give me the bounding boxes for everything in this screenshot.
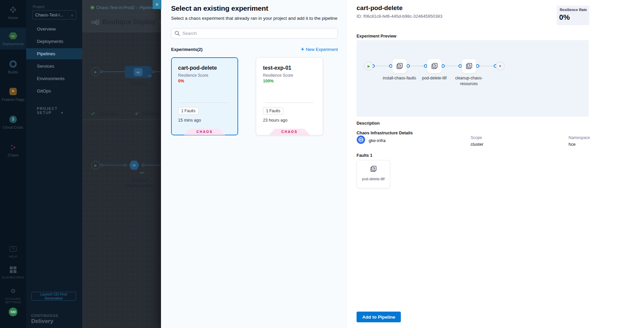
- faults-badge: 1 Faults: [178, 107, 199, 115]
- search-input[interactable]: [182, 31, 334, 36]
- dashboards-icon: [0, 265, 26, 274]
- rollout-step-icon[interactable]: ∞: [129, 160, 139, 170]
- module-sidebar: Home ∞ Deployments Builds ⚑ Feature Flag…: [0, 0, 26, 328]
- preview-heading: Experiment Preview: [357, 34, 396, 39]
- fault-icon: [369, 165, 377, 173]
- experiment-card-test-exp-01[interactable]: test-exp-01 Resilience Score 100% 1 Faul…: [256, 57, 323, 135]
- preview-node-install-chaos-faults[interactable]: [392, 59, 407, 73]
- nav-item-deployments[interactable]: Deployments: [26, 36, 82, 47]
- description-heading: Description: [357, 121, 380, 126]
- stage-deploy-node[interactable]: ∞: [125, 66, 152, 78]
- fault-step-icon: [395, 62, 404, 70]
- infrastructure-name: gke-infra: [369, 138, 386, 143]
- gear-icon: ⚙: [0, 287, 26, 296]
- stage-label: Deploy: [125, 80, 152, 86]
- nav-item-gitops[interactable]: GitOps: [26, 85, 82, 96]
- nav-item-overview[interactable]: Overview: [26, 23, 82, 35]
- resilience-rate-box: Resilience Rate 0%: [557, 6, 589, 25]
- experiments-count-heading: Experiments(2): [171, 47, 203, 52]
- pipeline-graph-icon: [91, 19, 99, 27]
- search-icon: [174, 30, 180, 36]
- step-start-node[interactable]: ▶: [91, 161, 100, 170]
- tab-overview[interactable]: ✓Overview: [91, 111, 119, 116]
- sidebar-item-account-settings[interactable]: ⚙ ACCOUNT SETTINGS: [0, 287, 26, 304]
- cd-module-icon: ∞: [90, 6, 95, 10]
- module-name: Delivery: [31, 318, 53, 325]
- deployments-icon: ∞: [0, 31, 26, 40]
- close-icon[interactable]: ✕: [153, 0, 161, 9]
- sidebar-item-cloud-costs[interactable]: $ Cloud Costs: [0, 115, 26, 130]
- avatar: NM: [9, 308, 17, 316]
- namespace-field: Namespace hce: [569, 135, 590, 147]
- experiment-title: cart-pod-delete: [357, 4, 402, 12]
- sidebar-item-home[interactable]: Home: [0, 5, 26, 20]
- preview-node-pod-delete[interactable]: [427, 59, 442, 73]
- resilience-score-value: 100%: [263, 79, 274, 83]
- sidebar-item-dashboards[interactable]: DASHBOARDS: [0, 265, 26, 279]
- experiment-id: ID: f06c81c8-fef6-445d-b98c-324645950383: [357, 14, 442, 19]
- project-label: Project: [33, 5, 44, 9]
- cd-stage-icon: ∞: [134, 68, 143, 76]
- home-icon: [0, 5, 26, 14]
- play-icon: ▶: [368, 64, 370, 68]
- last-run-time: 23 hours ago: [263, 118, 287, 123]
- sidebar-item-deployments[interactable]: ∞ Deployments: [0, 27, 26, 50]
- stage-start-node[interactable]: ▶: [91, 67, 100, 76]
- sidebar-item-help[interactable]: ? HELP: [0, 245, 26, 258]
- faults-heading: Faults 1: [357, 153, 372, 158]
- stop-icon: ■: [499, 64, 501, 68]
- edit-pencil-icon[interactable]: ✎: [159, 19, 161, 25]
- kubernetes-icon: [357, 135, 365, 144]
- tab-service[interactable]: ✓Service: [135, 111, 158, 116]
- preview-start-node[interactable]: ▶: [364, 62, 373, 70]
- fault-step-icon: [430, 62, 438, 70]
- new-experiment-button[interactable]: + New Experiment: [301, 46, 338, 52]
- select-experiment-dialog: Select an existing experiment Select a c…: [161, 0, 644, 328]
- nav-item-environments[interactable]: Environments: [26, 73, 82, 84]
- project-selector[interactable]: Chaos-Test-i... »: [32, 10, 76, 19]
- resilience-score-value: 0%: [178, 79, 184, 83]
- resilience-rate-value: 0%: [559, 13, 587, 22]
- add-to-pipeline-button[interactable]: Add to Pipeline: [357, 312, 401, 322]
- step-label: Rollout Deployment: [121, 177, 158, 188]
- chevron-down-icon: ▾: [61, 111, 63, 115]
- builds-icon: [0, 60, 26, 68]
- sidebar-item-builds[interactable]: Builds: [0, 60, 26, 74]
- infrastructure-heading: Chaos Infrastructure Details: [357, 131, 413, 135]
- faults-badge: 1 Faults: [263, 107, 283, 115]
- breadcrumb-project: Chaos-Test-in-Prod2: [96, 5, 135, 10]
- user-avatar[interactable]: NM: [0, 308, 26, 318]
- fault-card-pod-delete[interactable]: pod-delete-l8f: [357, 160, 390, 188]
- last-run-time: 15 mins ago: [178, 118, 201, 123]
- pipeline-title: Boutique Deploy: [102, 18, 156, 26]
- check-icon: ✓: [91, 111, 95, 116]
- experiment-details-panel: cart-pod-delete ID: f06c81c8-fef6-445d-b…: [347, 0, 644, 328]
- dialog-title: Select an existing experiment: [171, 4, 268, 12]
- pipeline-studio-background: ∞ Chaos-Test-in-Prod2 › Pipelines › Bout…: [82, 0, 161, 328]
- chaos-module-tag: CHAOS: [269, 129, 310, 135]
- experiment-picker-panel: Select an existing experiment Select a c…: [161, 0, 347, 328]
- sidebar-item-chaos[interactable]: Chaos: [0, 143, 26, 157]
- help-icon: ?: [0, 245, 26, 253]
- experiment-card-cart-pod-delete[interactable]: cart-pod-delete Resilience Score 0% 1 Fa…: [171, 57, 238, 135]
- chaos-module-tag: CHAOS: [184, 129, 225, 135]
- preview-node-cleanup[interactable]: [462, 59, 476, 73]
- project-nav: Project Chaos-Test-i... » Overview Deplo…: [26, 0, 82, 328]
- cloud-costs-icon: $: [0, 115, 26, 124]
- breadcrumb[interactable]: ∞ Chaos-Test-in-Prod2 › Pipelines ›: [90, 5, 160, 10]
- launch-cd-first-gen-button[interactable]: Launch CD First Generation: [31, 292, 76, 301]
- dialog-subtitle: Select a chaos experiment that already r…: [171, 16, 337, 21]
- breadcrumb-separator-icon: ›: [137, 5, 138, 10]
- feature-flags-icon: ⚑: [0, 87, 26, 96]
- experiment-preview: ▶ ■ install-chaos-faults pod-delete-l8f …: [357, 40, 589, 117]
- nav-item-services[interactable]: Services: [26, 61, 82, 72]
- sidebar-item-feature-flags[interactable]: ⚑ Feature Flags: [0, 87, 26, 102]
- expand-icon: »: [71, 12, 73, 18]
- check-icon: ✓: [135, 111, 139, 116]
- project-setup-toggle[interactable]: PROJECT SETUP▾: [37, 107, 82, 115]
- nav-item-pipelines[interactable]: Pipelines: [26, 48, 82, 59]
- search-box: [171, 28, 338, 39]
- preview-end-node[interactable]: ■: [496, 62, 504, 70]
- scope-field: Scope cluster: [471, 135, 483, 147]
- module-eyebrow: CONTINUOUS: [31, 314, 58, 318]
